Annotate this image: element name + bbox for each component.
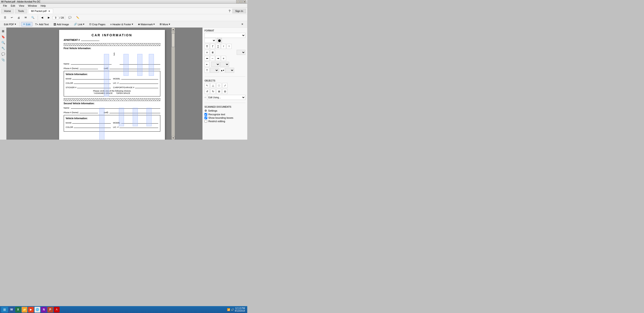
text-size-select[interactable] xyxy=(210,68,219,73)
format-title: FORMAT xyxy=(204,29,246,32)
char-spacing-select[interactable] xyxy=(211,62,220,67)
lic-label-2: LIC. # xyxy=(113,126,119,128)
font-family-select[interactable] xyxy=(204,33,246,38)
sidebar-toggle-button[interactable]: ☰ xyxy=(2,15,8,20)
edit-pdf-label: Edit PDF xyxy=(4,23,14,26)
help-icon[interactable]: ? xyxy=(228,9,230,13)
baseline-btn[interactable]: ▲▾ xyxy=(220,68,225,73)
phone-home-field-2[interactable] xyxy=(80,111,98,113)
sidebar-search-icon[interactable]: 🔍 xyxy=(1,40,6,45)
scrollbar-track[interactable] xyxy=(172,31,175,136)
sidebar-tools-icon[interactable]: 🔧 xyxy=(1,46,6,50)
menu-file[interactable]: File xyxy=(1,4,9,7)
page-number-input[interactable]: 9 xyxy=(52,16,59,19)
phone-home-field-1[interactable] xyxy=(80,66,98,69)
undo-button[interactable]: ↩ xyxy=(9,15,15,20)
group-button[interactable]: ⊞ xyxy=(216,89,222,94)
add-shape-button[interactable]: △ xyxy=(210,83,216,88)
make-input-2[interactable] xyxy=(72,121,111,124)
scroll-up-button[interactable]: ▲ xyxy=(172,27,175,31)
restrict-editing-checkbox[interactable] xyxy=(204,120,207,123)
menu-help[interactable]: Help xyxy=(39,4,48,7)
subscript-T-button[interactable]: T xyxy=(226,44,232,49)
spacing-row: T ▲▾ xyxy=(204,68,246,73)
sidebar-comments-icon[interactable]: 💬 xyxy=(1,52,6,56)
nav-tools[interactable]: Tools xyxy=(15,9,27,13)
edit-using-select[interactable]: Edit Using... xyxy=(207,95,246,100)
model-input-2[interactable] xyxy=(121,121,158,124)
color-input-2[interactable] xyxy=(74,125,111,128)
rotate-ccw-button[interactable]: ↺ xyxy=(204,89,210,94)
baseline-select[interactable] xyxy=(226,68,234,73)
edit-button[interactable]: ✏ Edit xyxy=(21,22,32,26)
sidebar-attachments-icon[interactable]: 📎 xyxy=(1,57,6,62)
add-image-button[interactable]: 🖼 Add Image xyxy=(52,22,71,26)
underline-T-button[interactable]: T xyxy=(216,44,220,49)
maximize-button[interactable]: □ xyxy=(240,0,243,3)
nav-tab-close-button[interactable]: ✕ xyxy=(48,10,50,12)
select-object-button[interactable]: ↖ xyxy=(204,83,210,88)
align-left-button[interactable]: ⬅ xyxy=(204,56,210,61)
lic-input-2[interactable] xyxy=(119,125,158,128)
scrollbar-thumb[interactable] xyxy=(172,33,175,47)
signin-button[interactable]: Sign In xyxy=(232,9,246,13)
crop-pages-button[interactable]: ⊡ Crop Pages xyxy=(87,22,108,26)
menu-window[interactable]: Window xyxy=(26,4,39,7)
bullet-list-button[interactable]: ≡ xyxy=(204,50,210,55)
sidebar-bookmarks-icon[interactable]: 🔖 xyxy=(1,34,6,39)
crop-label: Crop Pages xyxy=(92,23,105,26)
color-picker-button[interactable]: ⬤ xyxy=(217,38,222,43)
superscript-T-button[interactable]: T xyxy=(221,44,226,49)
show-bounding-checkbox[interactable] xyxy=(204,116,207,119)
rectangle-button[interactable]: □ xyxy=(216,83,222,88)
numbered-list-button[interactable]: ≣ xyxy=(210,50,215,55)
crop-icon: ⊡ xyxy=(89,23,91,26)
search-button[interactable]: 🔍 xyxy=(29,15,36,20)
menu-edit[interactable]: Edit xyxy=(9,4,17,7)
edit-pdf-mode-button[interactable]: Edit PDF ▾ xyxy=(2,22,18,26)
indent-left-button[interactable]: ⇤ xyxy=(204,62,210,67)
pen-button[interactable]: ✏️ xyxy=(74,15,82,20)
watermark-button[interactable]: ◈ Watermark ▾ xyxy=(136,22,157,26)
link-button[interactable]: 🔗 Link ▾ xyxy=(72,22,86,26)
carport-input-1[interactable] xyxy=(135,85,158,88)
email-button[interactable]: ✉ xyxy=(22,15,29,20)
sidebar-pages-icon[interactable]: ⊞ xyxy=(1,29,6,33)
nav-home[interactable]: Home xyxy=(1,9,14,13)
minimize-button[interactable]: ─ xyxy=(236,0,239,3)
divider-1 xyxy=(204,76,246,77)
font-size-select[interactable] xyxy=(204,38,216,43)
rotate-cw-button[interactable]: ↻ xyxy=(210,89,216,94)
print-button[interactable]: 🖨 xyxy=(16,15,22,20)
scroll-down-button[interactable]: ▼ xyxy=(172,136,175,140)
word-spacing-select[interactable] xyxy=(220,62,229,67)
header-footer-button[interactable]: ≡ Header & Footer ▾ xyxy=(108,22,135,26)
comment-button[interactable]: 💬 xyxy=(66,15,74,20)
align-right-button[interactable]: ➡ xyxy=(216,56,220,61)
phone-row-2: Phone # (home) (cell) xyxy=(64,111,160,114)
recognize-text-label: Recognize text xyxy=(208,113,225,116)
text-size-btn[interactable]: T xyxy=(204,68,210,73)
more-button[interactable]: ⊞ More ▾ xyxy=(158,22,172,26)
header-footer-label: Header & Footer xyxy=(112,23,131,26)
second-vehicle-header: Second Vehicle Information: xyxy=(64,102,160,105)
next-page-button[interactable]: ▶ xyxy=(46,15,52,20)
model-input-1[interactable] xyxy=(121,77,158,79)
toolbar: ☰ ↩ 🖨 ✉ 🔍 ◀ ▶ 9 / 28 💬 ✏️ xyxy=(0,14,247,21)
italic-T-button[interactable]: T xyxy=(210,44,215,49)
prev-page-button[interactable]: ◀ xyxy=(39,15,45,20)
line-spacing-select[interactable] xyxy=(237,50,246,55)
close-edit-toolbar-button[interactable]: ✕ xyxy=(239,22,246,26)
ungroup-button[interactable]: ⊟ xyxy=(222,89,228,94)
highlight-col-2 xyxy=(124,54,128,76)
menu-view[interactable]: View xyxy=(17,4,26,7)
settings-item[interactable]: ⚙ Settings xyxy=(204,109,246,112)
lic-input-1[interactable] xyxy=(119,81,158,84)
add-text-button[interactable]: T+ Add Text xyxy=(33,22,51,26)
close-button[interactable]: ✕ xyxy=(243,0,246,3)
connector-button[interactable]: ⤢ xyxy=(222,83,228,88)
recognize-text-checkbox[interactable] xyxy=(204,113,207,116)
align-center-button[interactable]: ↔ xyxy=(210,56,215,61)
align-justify-button[interactable]: ≡ xyxy=(221,56,226,61)
bold-T-button[interactable]: T xyxy=(204,44,210,49)
